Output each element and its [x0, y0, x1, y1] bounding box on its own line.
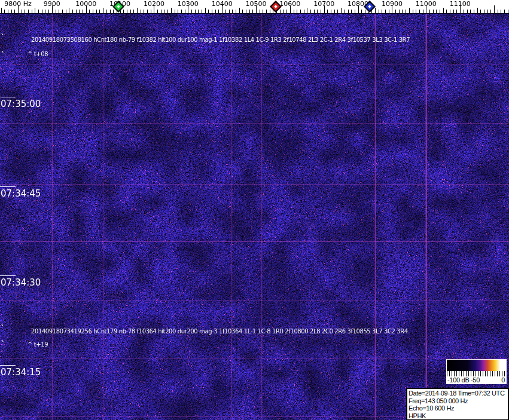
info-line: Freq=143 050 000 Hz	[409, 397, 508, 405]
edge-tick-mark: `	[1, 339, 5, 350]
colorbar-labels: -100 dB -50 0	[446, 376, 507, 384]
freq-label: 9800 Hz	[4, 0, 32, 8]
colorbar-label-min: -100 dB	[447, 376, 469, 384]
freq-label: 10200	[144, 0, 164, 8]
spectrogram-display	[0, 0, 509, 420]
time-tick	[0, 275, 16, 276]
colorbar: -100 dB -50 0	[446, 359, 507, 384]
time-label: 07:34:30	[1, 277, 41, 288]
time-tick	[0, 97, 16, 97]
freq-label: 11100	[450, 0, 471, 8]
freq-label: 10500	[245, 0, 266, 8]
info-line: Date=2014-09-18 Time=07:32 UTC	[409, 390, 508, 397]
time-label: 07:34:45	[1, 188, 41, 199]
time-label: 07:35:00	[1, 99, 41, 109]
colorbar-gradient	[447, 360, 506, 371]
freq-label: 10900	[382, 0, 403, 8]
colorbar-label-mid: -50	[471, 376, 480, 384]
freq-label: 10000	[75, 0, 96, 8]
freq-label: 10700	[313, 0, 334, 8]
info-line: HPHK	[409, 412, 508, 420]
marker-core	[368, 5, 371, 8]
detection-text: 20140918073508160 hCnt180 nb-79 f10382 h…	[31, 36, 410, 43]
freq-label: 10300	[178, 0, 199, 8]
colorbar-tick-marks	[447, 371, 506, 376]
edge-tick-mark: `	[1, 33, 5, 44]
marker-core	[274, 5, 278, 8]
freq-label: 11000	[416, 0, 437, 8]
time-label: 07:34:15	[1, 367, 41, 378]
spectrogram-window: 9800 Hz990010000101001020010300104001050…	[0, 0, 509, 420]
colorbar-label-max: 0	[501, 376, 505, 384]
detection-time-offset: ^ t+19	[28, 341, 48, 348]
freq-label: 10400	[212, 0, 233, 8]
detection-time-offset: ^ t+08	[28, 51, 48, 57]
edge-tick-mark: `	[1, 324, 5, 335]
info-line: Echo=10 600 Hz	[409, 404, 508, 412]
edge-tick-mark: `	[1, 50, 5, 61]
info-box: Date=2014-09-18 Time=07:32 UTCFreq=143 0…	[406, 388, 509, 420]
freq-label: 9900	[44, 0, 60, 8]
frequency-ruler: 9800 Hz990010000101001020010300104001050…	[0, 0, 509, 13]
detection-text: 20140918073419256 hCnt179 nb-78 f10364 h…	[31, 328, 408, 335]
time-tick	[0, 186, 16, 187]
marker-core	[117, 5, 120, 8]
freq-label: 10600	[279, 0, 300, 8]
time-tick	[0, 365, 16, 366]
